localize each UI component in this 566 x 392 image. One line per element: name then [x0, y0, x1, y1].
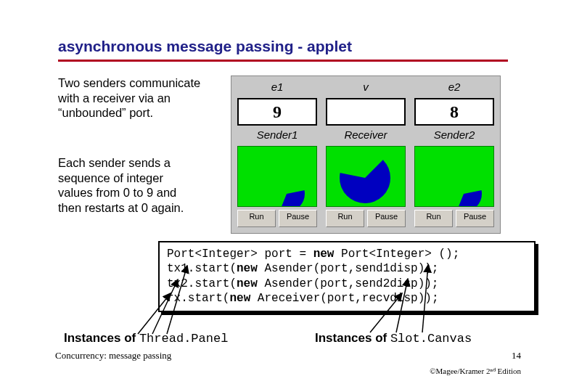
code-keyword-new: new: [313, 248, 335, 261]
pie-icon: [446, 176, 482, 207]
code-line-3c: Asender(port,send2disp));: [258, 277, 439, 290]
code-line-1c: Port<Integer> ();: [334, 248, 459, 261]
button-row-3: Run Pause: [414, 210, 494, 227]
button-row-1: Run Pause: [237, 210, 317, 227]
pause-button[interactable]: Pause: [279, 210, 317, 227]
col-label-e1: e1: [237, 81, 317, 95]
pie-icon: [340, 152, 390, 203]
slide-title: asynchronous message passing - applet: [58, 38, 352, 55]
paragraph-1: Two senders communicate with a receiver …: [58, 75, 203, 121]
col-label-e2: e2: [414, 81, 494, 95]
code-line-2c: Asender(port,send1disp));: [258, 262, 439, 275]
code-keyword-new: new: [237, 277, 258, 290]
caption-right-bold: Instances of: [315, 331, 390, 345]
footer-page-number: 14: [512, 350, 521, 362]
code-line-1a: Port<Integer> port =: [167, 248, 313, 261]
caption-left-bold: Instances of: [64, 331, 139, 345]
caption-right-mono: Slot.Canvas: [390, 332, 472, 346]
applet-panel: e1 v e2 9 8 Sender1 Receiver Sender2 Run…: [231, 75, 501, 234]
rotor-receiver: [326, 146, 406, 207]
name-label-receiver: Receiver: [326, 128, 406, 143]
run-button[interactable]: Run: [237, 210, 276, 227]
code-line-3a: tx2.start(: [167, 277, 237, 290]
value-box-sender2: 8: [414, 98, 494, 126]
code-keyword-new: new: [237, 262, 258, 275]
pause-button[interactable]: Pause: [456, 210, 494, 227]
paragraph-2: Each sender sends a sequence of integer …: [58, 155, 200, 216]
code-line-2a: tx1.start(: [167, 262, 237, 275]
caption-left-mono: Thread.Panel: [139, 332, 228, 346]
code-keyword-new: new: [229, 292, 250, 305]
name-label-sender1: Sender1: [237, 128, 317, 143]
pause-button[interactable]: Pause: [367, 210, 406, 227]
rotor-sender1: [237, 146, 317, 207]
col-label-v: v: [326, 81, 406, 95]
code-line-4a: rx.start(: [167, 292, 229, 305]
name-label-sender2: Sender2: [414, 128, 494, 143]
code-line-4c: Areceiver(port,recvdisp));: [250, 292, 438, 305]
caption-left: Instances of Thread.Panel: [64, 331, 228, 346]
code-snippet: Port<Integer> port = new Port<Integer> (…: [158, 241, 536, 312]
pie-icon: [268, 176, 305, 207]
run-button[interactable]: Run: [414, 210, 453, 227]
rotor-sender2: [414, 146, 494, 207]
value-box-receiver: [326, 98, 406, 126]
button-row-2: Run Pause: [326, 210, 406, 227]
footer-left: Concurrency: message passing: [55, 350, 171, 362]
caption-right: Instances of Slot.Canvas: [315, 331, 472, 346]
footer-copyright: ©Magee/Kramer 2ⁿᵈ Edition: [430, 367, 521, 376]
run-button[interactable]: Run: [326, 210, 364, 227]
value-box-sender1: 9: [237, 98, 317, 126]
title-rule: [58, 60, 508, 62]
